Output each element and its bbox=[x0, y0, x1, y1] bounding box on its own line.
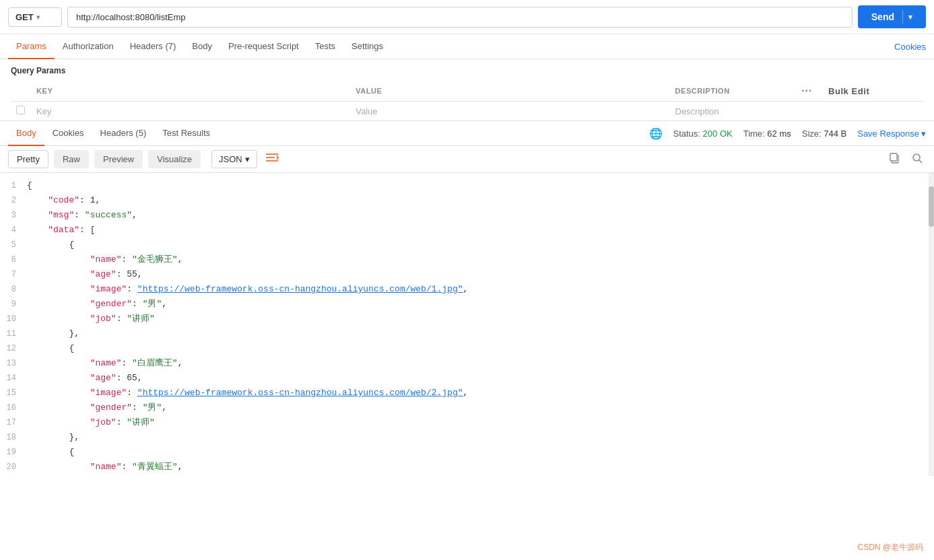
code-line: 11 }, bbox=[0, 326, 934, 341]
json-key: "data" bbox=[48, 225, 79, 235]
col-key: KEY bbox=[31, 81, 350, 102]
resp-tab-test-results[interactable]: Test Results bbox=[154, 121, 218, 146]
col-actions: ··· bbox=[796, 81, 823, 102]
code-line: 9 "gender": "男", bbox=[0, 297, 934, 312]
save-response-button[interactable]: Save Response ▾ bbox=[857, 129, 926, 139]
copy-button[interactable] bbox=[886, 151, 903, 168]
code-line: 14 "age": 65, bbox=[0, 371, 934, 386]
line-number: 21 bbox=[0, 475, 27, 476]
url-input[interactable] bbox=[67, 7, 853, 28]
json-punctuation bbox=[27, 343, 69, 353]
json-punctuation: { bbox=[27, 180, 32, 190]
cookies-link[interactable]: Cookies bbox=[894, 42, 926, 52]
line-number: 16 bbox=[0, 400, 27, 415]
json-punctuation: : bbox=[116, 314, 127, 324]
tab-body[interactable]: Body bbox=[184, 34, 220, 59]
col-bulk-edit[interactable]: Bulk Edit bbox=[823, 81, 923, 102]
top-bar: GET ▾ Send ▾ bbox=[0, 0, 934, 34]
tab-pre-request-script[interactable]: Pre-request Script bbox=[220, 34, 307, 59]
line-content: "age": 45, bbox=[27, 475, 934, 476]
view-preview-button[interactable]: Preview bbox=[94, 150, 143, 168]
line-content: { bbox=[27, 341, 934, 356]
resp-tab-headers[interactable]: Headers (5) bbox=[92, 121, 155, 146]
code-line: 18 }, bbox=[0, 430, 934, 445]
tab-settings[interactable]: Settings bbox=[343, 34, 391, 59]
json-punctuation bbox=[27, 432, 69, 442]
status-value: 200 OK bbox=[703, 129, 733, 139]
json-punctuation bbox=[27, 210, 48, 220]
view-raw-button[interactable]: Raw bbox=[54, 150, 89, 168]
response-tabs-bar: Body Cookies Headers (5) Test Results 🌐 … bbox=[0, 121, 934, 146]
line-number: 9 bbox=[0, 297, 27, 312]
code-line: 15 "image": "https://web-framework.oss-c… bbox=[0, 386, 934, 400]
tab-headers[interactable]: Headers (7) bbox=[122, 34, 185, 59]
row-desc[interactable]: Description bbox=[670, 102, 796, 121]
line-number: 6 bbox=[0, 252, 27, 267]
json-string: "讲师" bbox=[127, 417, 155, 427]
json-key: "msg" bbox=[48, 210, 74, 220]
json-url[interactable]: "https://web-framework.oss-cn-hangzhou.a… bbox=[137, 388, 463, 398]
json-punctuation: , bbox=[162, 403, 167, 413]
query-params-title: Query Params bbox=[11, 66, 923, 75]
send-divider bbox=[902, 10, 903, 24]
json-key: "name" bbox=[90, 462, 122, 472]
send-button[interactable]: Send ▾ bbox=[858, 5, 926, 28]
tab-authorization[interactable]: Authorization bbox=[55, 34, 122, 59]
scrollbar-thumb[interactable] bbox=[929, 186, 934, 227]
line-content: "name": "青翼蝠王", bbox=[27, 460, 934, 475]
code-line: 17 "job": "讲师" bbox=[0, 415, 934, 430]
wrap-button[interactable] bbox=[263, 151, 281, 168]
line-number: 7 bbox=[0, 267, 27, 282]
bulk-edit-button[interactable]: Bulk Edit bbox=[828, 86, 869, 96]
resp-tab-cookies[interactable]: Cookies bbox=[44, 121, 92, 146]
code-line: 2 "code": 1, bbox=[0, 193, 934, 208]
json-key: "name" bbox=[90, 254, 122, 265]
json-punctuation bbox=[27, 462, 90, 472]
line-content: "data": [ bbox=[27, 223, 934, 238]
line-number: 4 bbox=[0, 223, 27, 238]
method-value: GET bbox=[15, 12, 34, 22]
line-content: "name": "金毛狮王", bbox=[27, 252, 934, 267]
code-line: 4 "data": [ bbox=[0, 223, 934, 238]
view-visualize-button[interactable]: Visualize bbox=[148, 150, 201, 168]
row-checkbox-input[interactable] bbox=[16, 106, 25, 114]
code-area[interactable]: 1{2 "code": 1,3 "msg": "success",4 "data… bbox=[0, 173, 934, 476]
svg-point-5 bbox=[913, 154, 920, 161]
line-number: 18 bbox=[0, 430, 27, 445]
json-punctuation: , bbox=[162, 299, 167, 309]
line-number: 8 bbox=[0, 282, 27, 297]
json-punctuation: : bbox=[132, 299, 143, 309]
tab-tests[interactable]: Tests bbox=[307, 34, 343, 59]
json-punctuation: : bbox=[127, 388, 137, 398]
save-response-chevron-icon: ▾ bbox=[921, 129, 926, 139]
row-value[interactable]: Value bbox=[350, 102, 669, 121]
code-line: 8 "image": "https://web-framework.oss-cn… bbox=[0, 282, 934, 297]
json-punctuation: : bbox=[121, 358, 132, 368]
format-select[interactable]: JSON ▾ bbox=[211, 150, 257, 168]
row-key[interactable]: Key bbox=[31, 102, 350, 121]
json-punctuation bbox=[27, 195, 48, 205]
json-punctuation: , bbox=[178, 358, 183, 368]
json-key: "job" bbox=[90, 417, 116, 427]
row-checkbox[interactable] bbox=[11, 102, 31, 121]
view-pretty-button[interactable]: Pretty bbox=[8, 150, 48, 168]
json-key: "image" bbox=[90, 388, 127, 398]
response-section: Body Cookies Headers (5) Test Results 🌐 … bbox=[0, 121, 934, 476]
more-icon[interactable]: ··· bbox=[801, 85, 812, 96]
tab-params[interactable]: Params bbox=[8, 34, 55, 59]
resp-tab-body[interactable]: Body bbox=[8, 121, 44, 146]
json-punctuation bbox=[27, 299, 90, 309]
send-label: Send bbox=[871, 11, 900, 22]
json-punctuation bbox=[27, 388, 90, 398]
scrollbar[interactable] bbox=[929, 173, 934, 476]
line-number: 15 bbox=[0, 386, 27, 400]
json-punctuation: : bbox=[127, 284, 137, 294]
method-select[interactable]: GET ▾ bbox=[8, 7, 62, 27]
json-url[interactable]: "https://web-framework.oss-cn-hangzhou.a… bbox=[137, 284, 463, 294]
line-number: 11 bbox=[0, 326, 27, 341]
json-punctuation: , bbox=[132, 210, 137, 220]
json-punctuation: : 65, bbox=[116, 373, 143, 383]
search-button[interactable] bbox=[908, 151, 926, 168]
json-punctuation bbox=[27, 225, 48, 235]
json-punctuation bbox=[27, 328, 69, 339]
